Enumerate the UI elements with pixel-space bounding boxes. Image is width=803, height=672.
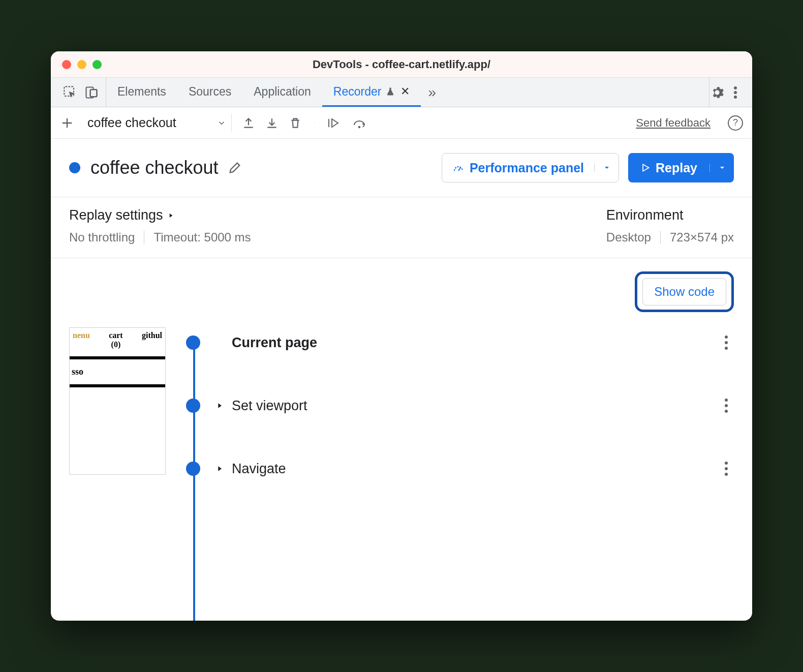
performance-panel-dropdown[interactable] (594, 164, 619, 172)
step-menu-button[interactable] (719, 462, 734, 476)
step-label: Set viewport (232, 398, 307, 414)
gear-icon (710, 85, 724, 100)
throttling-value: No throttling (69, 230, 135, 245)
step-label: Navigate (232, 461, 286, 477)
tabbar-left-tools (56, 78, 106, 107)
tabbar-right-tools (709, 78, 752, 107)
recording-header: coffee checkout Performance panel Replay (51, 139, 752, 197)
tab-application-label: Application (254, 85, 311, 99)
tab-elements[interactable]: Elements (106, 78, 177, 107)
thumb-cart-text: cart (0) (109, 331, 123, 349)
more-tabs-glyph: » (428, 84, 436, 101)
device-toggle-icon[interactable] (84, 85, 99, 100)
recording-selector[interactable]: coffee checkout (82, 113, 232, 132)
import-button[interactable] (265, 116, 279, 130)
window-controls (62, 60, 102, 69)
chevron-down-icon (217, 118, 226, 128)
performance-panel-label: Performance panel (470, 161, 584, 175)
caret-right-icon (215, 402, 224, 410)
minimize-window-button[interactable] (77, 60, 86, 69)
environment-block: Environment Desktop 723×574 px (606, 207, 734, 245)
step-menu-button[interactable] (719, 399, 734, 413)
more-tabs-button[interactable]: » (421, 78, 443, 107)
timeline-dot (186, 399, 200, 413)
performance-panel-button-group: Performance panel (442, 153, 619, 182)
inspect-element-icon[interactable] (63, 85, 77, 100)
gauge-icon (452, 162, 465, 174)
settings-row: Replay settings No throttling Timeout: 5… (51, 197, 752, 258)
flask-icon (385, 86, 395, 97)
tab-elements-label: Elements (117, 85, 166, 99)
timeline-dot (186, 462, 200, 476)
devtools-tabbar: Elements Sources Application Recorder ✕ … (51, 78, 752, 107)
environment-heading: Environment (606, 207, 734, 223)
thumb-cart-label: cart (109, 331, 123, 340)
help-button[interactable]: ? (728, 115, 743, 131)
svg-point-5 (734, 91, 737, 94)
tab-recorder[interactable]: Recorder ✕ (322, 78, 421, 107)
environment-device: Desktop (606, 230, 651, 245)
delete-button[interactable] (289, 116, 302, 130)
step-over-button[interactable] (352, 116, 367, 130)
replay-button[interactable]: Replay (628, 161, 709, 175)
replay-settings-block: Replay settings No throttling Timeout: 5… (69, 207, 251, 245)
replay-settings-label: Replay settings (69, 207, 163, 223)
steps-timeline: Current page Set viewport Navigate (181, 327, 734, 621)
tab-recorder-label: Recorder (333, 85, 382, 99)
settings-divider (660, 231, 661, 244)
tab-application[interactable]: Application (242, 78, 322, 107)
performance-panel-button[interactable]: Performance panel (442, 161, 594, 175)
tab-sources-label: Sources (189, 85, 231, 99)
kebab-icon (733, 86, 737, 99)
tab-sources[interactable]: Sources (177, 78, 242, 107)
timeline-dot (186, 335, 200, 350)
environment-dimensions: 723×574 px (670, 230, 734, 245)
edit-title-button[interactable] (228, 161, 242, 175)
continue-button[interactable] (327, 116, 342, 130)
show-code-button[interactable]: Show code (642, 278, 726, 306)
thumb-divider (70, 356, 165, 359)
environment-values: Desktop 723×574 px (606, 230, 734, 245)
settings-button[interactable] (709, 85, 725, 100)
caret-down-icon (603, 164, 611, 172)
step-label: Current page (232, 335, 317, 351)
export-button[interactable] (242, 116, 255, 130)
steps-area: nenu cart (0) githul sso Current page (51, 322, 752, 621)
step-current-page[interactable]: Current page (181, 327, 734, 358)
window-title: DevTools - coffee-cart.netlify.app/ (51, 58, 752, 71)
caret-down-icon (718, 164, 726, 172)
recording-actions (242, 116, 367, 130)
settings-divider (144, 231, 144, 244)
replay-button-label: Replay (656, 161, 697, 175)
replay-dropdown[interactable] (709, 164, 734, 172)
timeout-value: Timeout: 5000 ms (153, 230, 251, 245)
thumb-github-text: githul (142, 331, 162, 349)
step-thumbnail: nenu cart (0) githul sso (69, 327, 166, 475)
svg-point-6 (734, 96, 737, 99)
send-feedback-link[interactable]: Send feedback (636, 116, 711, 130)
replay-settings-heading[interactable]: Replay settings (69, 207, 251, 223)
replay-settings-values: No throttling Timeout: 5000 ms (69, 230, 251, 245)
caret-right-icon (167, 212, 174, 219)
main-menu-button[interactable] (728, 85, 743, 100)
maximize-window-button[interactable] (92, 60, 102, 69)
devtools-window: DevTools - coffee-cart.netlify.app/ Elem… (51, 51, 752, 621)
toolbar-divider (314, 123, 315, 124)
close-window-button[interactable] (62, 60, 71, 69)
svg-point-7 (358, 126, 360, 128)
play-icon (640, 163, 651, 173)
svg-point-4 (734, 86, 737, 89)
step-set-viewport[interactable]: Set viewport (181, 390, 734, 421)
showcode-row: Show code (51, 258, 752, 322)
svg-rect-2 (90, 89, 97, 97)
step-navigate[interactable]: Navigate (181, 453, 734, 484)
replay-button-group: Replay (628, 153, 734, 182)
showcode-highlight: Show code (635, 271, 734, 312)
thumb-item-text: sso (70, 366, 165, 377)
step-menu-button[interactable] (719, 335, 734, 350)
panel-tabs: Elements Sources Application Recorder ✕ (106, 78, 421, 107)
tab-close-button[interactable]: ✕ (400, 85, 410, 98)
recording-status-dot (69, 162, 80, 173)
caret-right-icon (215, 465, 224, 473)
new-recording-button[interactable] (60, 116, 74, 130)
